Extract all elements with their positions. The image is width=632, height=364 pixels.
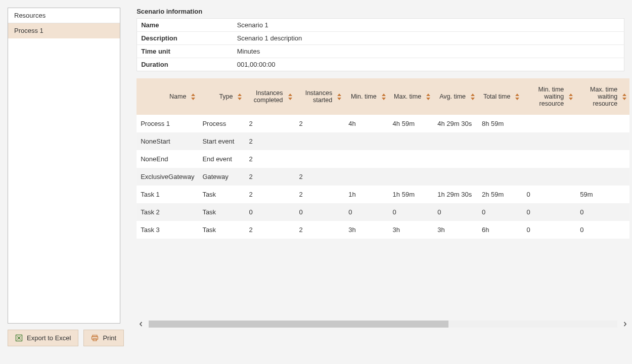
table-cell: 2 bbox=[245, 132, 295, 150]
print-button[interactable]: Print bbox=[83, 330, 124, 346]
column-header-label: Instances started bbox=[298, 89, 333, 104]
table-cell: 6h bbox=[478, 221, 522, 239]
table-row: NoneStartStart event2 bbox=[137, 132, 629, 150]
info-duration-label: Duration bbox=[137, 58, 233, 71]
table-cell bbox=[522, 132, 576, 150]
scenario-info-table: Name Scenario 1 Description Scenario 1 d… bbox=[137, 18, 624, 71]
table-cell: 2 bbox=[295, 186, 345, 203]
scroll-track[interactable] bbox=[149, 321, 617, 328]
table-cell: 1h bbox=[344, 186, 388, 203]
column-header[interactable]: Max. time waiting resource bbox=[576, 78, 629, 115]
table-cell: 2 bbox=[245, 150, 295, 168]
sort-icon[interactable] bbox=[515, 94, 519, 100]
table-cell: 2h 59m bbox=[478, 186, 522, 203]
sort-icon[interactable] bbox=[382, 94, 386, 100]
scroll-right-button[interactable] bbox=[620, 320, 629, 329]
table-cell: 0 bbox=[245, 203, 295, 221]
info-name-value: Scenario 1 bbox=[233, 19, 624, 32]
table-cell: 0 bbox=[522, 203, 576, 221]
sidebar: Resources Process 1 bbox=[8, 8, 120, 324]
table-cell bbox=[389, 150, 434, 168]
table-cell bbox=[522, 150, 576, 168]
sort-icon[interactable] bbox=[238, 94, 242, 100]
column-header-label: Type bbox=[219, 93, 233, 100]
column-header[interactable]: Min. time waiting resource bbox=[522, 78, 576, 115]
table-cell: NoneEnd bbox=[137, 150, 198, 168]
results-table-wrap: NameTypeInstances completedInstances sta… bbox=[137, 78, 629, 239]
table-cell bbox=[295, 132, 345, 150]
sort-icon[interactable] bbox=[288, 94, 292, 100]
table-cell: Task 2 bbox=[137, 203, 198, 221]
column-header-label: Max. time bbox=[394, 93, 421, 100]
sort-icon[interactable] bbox=[622, 94, 626, 100]
column-header[interactable]: Max. time bbox=[389, 78, 434, 115]
table-cell bbox=[389, 132, 434, 150]
sort-icon[interactable] bbox=[426, 94, 430, 100]
table-cell: Task bbox=[198, 186, 245, 203]
table-cell: Task 1 bbox=[137, 186, 198, 203]
table-cell: 0 bbox=[576, 221, 629, 239]
table-cell bbox=[433, 150, 478, 168]
table-cell bbox=[295, 150, 345, 168]
column-header[interactable]: Instances started bbox=[295, 78, 345, 115]
table-cell: NoneStart bbox=[137, 132, 198, 150]
table-row: Task 3Task223h3h3h6h00 bbox=[137, 221, 629, 239]
table-cell: 2 bbox=[295, 221, 345, 239]
info-name-label: Name bbox=[137, 19, 233, 32]
main-content: Scenario information Name Scenario 1 Des… bbox=[137, 8, 624, 356]
info-timeunit-value: Minutes bbox=[233, 45, 624, 58]
table-cell bbox=[344, 168, 388, 186]
table-cell bbox=[478, 168, 522, 186]
column-header-label: Avg. time bbox=[439, 93, 466, 100]
table-cell: Start event bbox=[198, 132, 245, 150]
table-cell: Task bbox=[198, 203, 245, 221]
table-cell bbox=[344, 132, 388, 150]
info-duration-value: 001,00:00:00 bbox=[233, 58, 624, 71]
column-header[interactable]: Type bbox=[198, 78, 245, 115]
sort-icon[interactable] bbox=[337, 94, 341, 100]
table-cell bbox=[344, 150, 388, 168]
table-cell: 2 bbox=[245, 221, 295, 239]
sort-icon[interactable] bbox=[191, 94, 195, 100]
table-cell bbox=[433, 168, 478, 186]
table-cell: 0 bbox=[389, 203, 434, 221]
column-header[interactable]: Name bbox=[137, 78, 198, 115]
column-header[interactable]: Avg. time bbox=[433, 78, 478, 115]
column-header[interactable]: Instances completed bbox=[245, 78, 295, 115]
column-header[interactable]: Total time bbox=[478, 78, 522, 115]
printer-icon bbox=[91, 334, 99, 342]
column-header-label: Instances completed bbox=[248, 89, 283, 104]
table-cell: 3h bbox=[344, 221, 388, 239]
table-row: Process 1Process224h4h 59m4h 29m 30s8h 5… bbox=[137, 115, 629, 132]
table-cell: 0 bbox=[433, 203, 478, 221]
column-header[interactable]: Min. time bbox=[344, 78, 388, 115]
sidebar-item-resources[interactable]: Resources bbox=[8, 8, 120, 23]
table-cell: Process bbox=[198, 115, 245, 132]
table-cell: 4h 59m bbox=[389, 115, 434, 132]
table-cell: 59m bbox=[576, 186, 629, 203]
bottom-buttons: Export to Excel Print bbox=[8, 330, 124, 346]
table-cell: End event bbox=[198, 150, 245, 168]
table-cell: 0 bbox=[295, 203, 345, 221]
table-cell: Task 3 bbox=[137, 221, 198, 239]
export-button-label: Export to Excel bbox=[27, 334, 71, 342]
sort-icon[interactable] bbox=[471, 94, 475, 100]
table-cell: Process 1 bbox=[137, 115, 198, 132]
table-cell bbox=[522, 115, 576, 132]
table-cell bbox=[576, 132, 629, 150]
print-button-label: Print bbox=[103, 334, 116, 342]
excel-icon bbox=[15, 334, 23, 342]
scroll-left-button[interactable] bbox=[137, 320, 146, 329]
sidebar-item-process-1[interactable]: Process 1 bbox=[8, 23, 120, 38]
table-cell: 2 bbox=[245, 186, 295, 203]
table-cell bbox=[478, 150, 522, 168]
table-cell: 2 bbox=[295, 115, 345, 132]
scroll-thumb[interactable] bbox=[149, 321, 448, 328]
table-row: Task 1Task221h1h 59m1h 29m 30s2h 59m059m bbox=[137, 186, 629, 203]
export-to-excel-button[interactable]: Export to Excel bbox=[8, 330, 78, 346]
column-header-label: Total time bbox=[483, 93, 511, 100]
table-cell: 4h 29m 30s bbox=[433, 115, 478, 132]
sort-icon[interactable] bbox=[569, 94, 573, 100]
table-cell: 3h bbox=[433, 221, 478, 239]
info-timeunit-label: Time unit bbox=[137, 45, 233, 58]
